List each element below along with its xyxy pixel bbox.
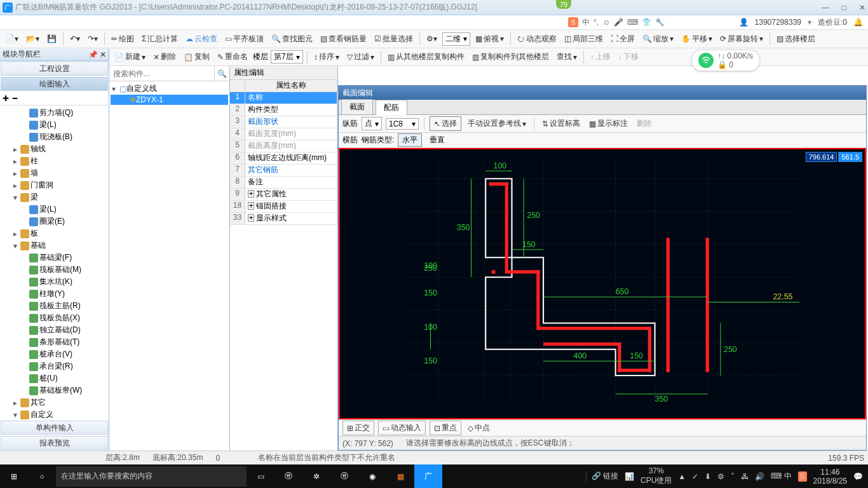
undo-button[interactable]: ↶▾ [67,33,83,44]
property-row[interactable]: 3截面形状 [230,116,337,128]
tray-icon-4[interactable]: ⚙ [717,472,724,481]
tree-item[interactable]: 梁(L) [0,203,109,215]
sum-button[interactable]: Σ 汇总计算 [139,32,180,46]
tree-item[interactable]: ▾梁 [0,191,109,203]
link-status[interactable]: 🔗 链接 [586,471,618,482]
property-row[interactable]: 9+ 其它属性 [230,189,337,201]
perf-icon[interactable]: 📊 [625,472,634,481]
tree-item[interactable]: 桩承台(V) [0,348,109,360]
delete-button[interactable]: ✕ 删除 [151,50,179,64]
app-ppt-icon[interactable]: ▦ [386,464,414,488]
tray-volume-icon[interactable]: 🔊 [755,472,764,481]
tray-up-icon[interactable]: ˄ [731,472,735,481]
delete-rebar-button[interactable]: 删除 [634,117,654,130]
keypoint-button[interactable]: ⊡ 重点 [430,421,461,435]
component-group[interactable]: ▾▢ 自定义线 [111,83,228,95]
pin-icon[interactable]: 📌 [88,50,98,59]
property-row[interactable]: 6轴线距左边线距离(mm) [230,152,337,165]
tree-item[interactable]: 筏板负筋(X) [0,312,109,324]
task-view-icon[interactable]: ▭ [247,464,275,488]
rotate-button[interactable]: ⟳ 屏幕旋转▾ [717,32,766,46]
copy-to-floor-button[interactable]: ▥ 复制构件到其他楼层 [470,50,552,64]
dynamic-input-button[interactable]: ▭ 动态输入 [378,421,426,435]
app-ggj-icon[interactable]: 广 [414,464,442,488]
ime-keyboard-icon[interactable]: ⌨ [627,18,638,27]
save-button[interactable]: 💾 [44,33,59,44]
app-ie-icon[interactable]: ⓔ [275,464,302,488]
local-3d-button[interactable]: ◫ 局部三维 [562,32,606,46]
tray-sogou-icon[interactable]: S [798,471,807,482]
select-floor-button[interactable]: ▤ 选择楼层 [774,32,818,46]
tree-item[interactable]: ▸墙 [0,167,109,179]
set-elevation-button[interactable]: ⇅ 设置标高 [539,117,583,130]
point-select[interactable]: 点 ▾ [362,117,382,130]
tray-network-icon[interactable]: 🖧 [741,472,749,481]
tree-item[interactable]: 现浇板(B) [0,131,109,143]
tree-item[interactable]: 筏板主筋(R) [0,300,109,312]
new-file-button[interactable]: 📄▾ [3,33,21,44]
tree-item[interactable]: 基础板带(W) [0,384,109,396]
component-item[interactable]: ✳ ZDYX-1 [111,95,228,105]
tab-section[interactable]: 截面 [341,99,373,114]
ime-skin-icon[interactable]: 👕 [642,18,651,27]
tree-item[interactable]: 柱墩(Y) [0,288,109,300]
tree-item[interactable]: ▸门窗洞 [0,179,109,191]
user-id[interactable]: 13907298339 [755,18,801,27]
app-edge-icon[interactable]: ⓔ [330,464,358,488]
show-annotation-button[interactable]: ▦ 显示标注 [587,117,630,130]
user-icon[interactable]: 👤 [739,18,749,27]
tree-item[interactable]: 圈梁(E) [0,215,109,227]
expand-icon[interactable]: ✚ [3,94,9,103]
sort-button[interactable]: ↕ 排序▾ [311,50,342,64]
start-button[interactable]: ⊞ [0,464,28,488]
horizontal-button[interactable]: 水平 [398,133,422,147]
property-row[interactable]: 18+ 锚固搭接 [230,201,337,213]
floor-select[interactable]: 第7层 ▾ [271,50,303,64]
tree-item[interactable]: 剪力墙(Q) [0,107,109,119]
sogou-icon[interactable]: S [568,17,578,27]
flat-button[interactable]: ▭ 平齐板顶 [222,32,266,46]
new-button[interactable]: 📄 新建▾ [112,50,148,64]
ime-lang[interactable]: 中 [582,17,590,28]
tree-item[interactable]: ▾基础 [0,240,109,252]
report-preview-tab[interactable]: 报表预览 [1,436,108,450]
app-fan-icon[interactable]: ✲ [302,464,330,488]
spec-select[interactable]: 1C8 ▾ [386,118,419,130]
collapse-icon[interactable]: ━ [13,94,17,103]
tree-item[interactable]: ▸柱 [0,155,109,167]
find-element-button[interactable]: 🔍 查找图元 [269,32,315,46]
rebar-view-button[interactable]: ▤ 查看钢筋量 [318,32,369,46]
draw-button[interactable]: ✏ 绘图 [109,32,137,46]
move-down-button[interactable]: ↓ 下移 [616,50,641,64]
search-icon[interactable]: 🔍 [214,66,229,81]
taskbar-search[interactable]: 在这里输入你要搜索的内容 [56,466,247,487]
tree-item[interactable]: 承台梁(R) [0,360,109,372]
cloud-check-button[interactable]: ☁ 云检查 [183,32,220,46]
ime-settings-icon[interactable]: 🔧 [655,18,665,27]
rename-button[interactable]: ✎ 重命名 [215,50,250,64]
dynamic-view-button[interactable]: ⭮ 动态观察 [515,32,559,46]
tree-item[interactable]: 桩(U) [0,372,109,384]
move-up-button[interactable]: ↑ 上移 [588,50,613,64]
property-row[interactable]: 2构件类型 [230,104,337,116]
component-tree[interactable]: 剪力墙(Q)梁(L)现浇板(B)▸轴线▸柱▸墙▸门窗洞▾梁梁(L)圈梁(E)▸板… [0,105,109,420]
vertical-button[interactable]: 垂直 [426,134,449,146]
ime-emoji-icon[interactable]: ☺ [602,18,610,27]
property-row[interactable]: 5截面高度(mm) [230,140,337,152]
ime-punct[interactable]: °, [593,18,599,27]
project-settings-tab[interactable]: 工程设置 [1,62,108,76]
bell-icon[interactable]: 🔔 [853,18,863,27]
ortho-button[interactable]: ⊞ 正交 [342,421,374,435]
search-input[interactable] [109,66,214,81]
pan-button[interactable]: ✋ 平移▾ [679,32,715,46]
redo-button[interactable]: ↷▾ [85,33,100,44]
tray-ime-icon[interactable]: ⌨ 中 [771,471,791,482]
batch-select-button[interactable]: ☑ 批量选择 [372,32,416,46]
fullscreen-button[interactable]: ⛶ 全屏 [608,32,637,46]
ime-mic-icon[interactable]: 🎤 [614,18,623,27]
cad-viewport[interactable]: 796.614561.5 [339,148,866,419]
options-button[interactable]: ⚙▾ [424,33,440,44]
tree-item[interactable]: ▸板 [0,227,109,240]
draw-input-tab[interactable]: 绘图输入 [1,77,108,91]
tree-item[interactable]: ▾自定义 [0,409,109,420]
